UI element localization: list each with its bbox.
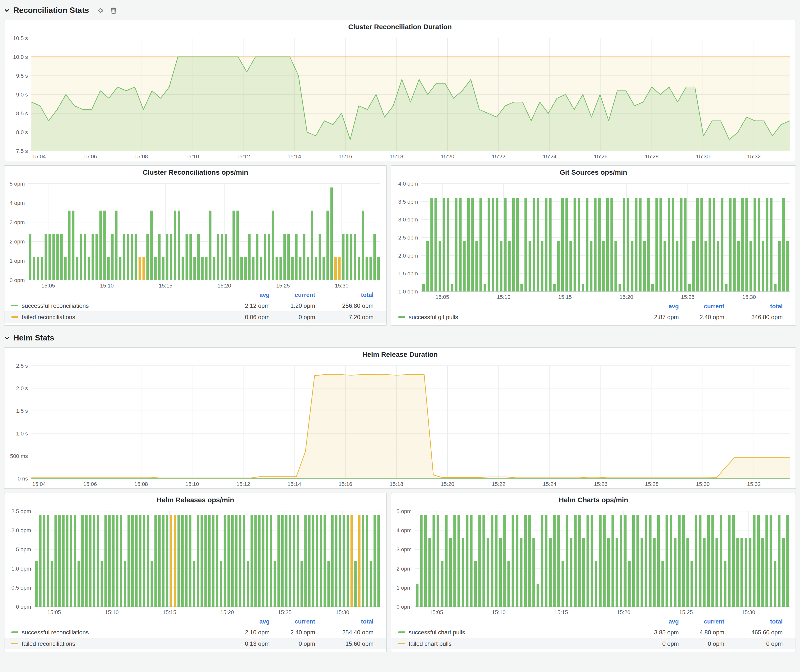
series-color-marker bbox=[11, 643, 18, 644]
legend-header-current[interactable]: current bbox=[270, 618, 315, 625]
svg-text:15:25: 15:25 bbox=[278, 609, 292, 615]
svg-text:15:14: 15:14 bbox=[288, 481, 301, 487]
svg-text:1.5 opm: 1.5 opm bbox=[398, 270, 418, 277]
svg-text:0 opm: 0 opm bbox=[16, 604, 31, 610]
svg-text:15:10: 15:10 bbox=[185, 481, 199, 487]
legend-header-current[interactable]: current bbox=[679, 618, 724, 625]
legend-value-current: 2.40 opm bbox=[679, 314, 724, 320]
legend-header-total[interactable]: total bbox=[315, 291, 374, 298]
svg-text:15:20: 15:20 bbox=[617, 609, 630, 615]
svg-text:4 opm: 4 opm bbox=[10, 200, 25, 206]
svg-text:15:30: 15:30 bbox=[336, 609, 349, 615]
svg-text:15:32: 15:32 bbox=[747, 154, 761, 160]
series-color-marker bbox=[11, 316, 18, 318]
svg-text:1.0 opm: 1.0 opm bbox=[398, 288, 418, 295]
legend-header-row: avg current total bbox=[5, 617, 386, 626]
svg-text:15:30: 15:30 bbox=[696, 154, 710, 160]
chart-helm-release-duration[interactable]: 15:0415:0615:0815:1015:1215:1415:1615:18… bbox=[5, 361, 795, 488]
svg-text:15:22: 15:22 bbox=[492, 154, 506, 160]
svg-text:4.0 opm: 4.0 opm bbox=[398, 181, 418, 187]
chart-cluster-reconciliations-opm[interactable]: 15:0515:1015:1515:2015:2515:300 opm1 opm… bbox=[5, 179, 386, 290]
legend-header-total[interactable]: total bbox=[724, 618, 783, 625]
svg-text:15:04: 15:04 bbox=[32, 154, 46, 160]
legend-row: successful reconciliations 2.12 opm 1.20… bbox=[5, 300, 386, 311]
series-color-marker bbox=[398, 631, 405, 633]
legend: avg current total successful git pulls 2… bbox=[391, 301, 795, 325]
legend-value-total: 256.80 opm bbox=[315, 302, 374, 309]
svg-text:2.0 opm: 2.0 opm bbox=[398, 253, 418, 259]
chart-git-sources-opm[interactable]: 15:0515:1015:1515:2015:2515:301.0 opm1.5… bbox=[392, 179, 795, 301]
legend-series-name[interactable]: successful reconciliations bbox=[11, 302, 216, 309]
legend-value-current: 1.20 opm bbox=[270, 302, 315, 309]
svg-text:15:28: 15:28 bbox=[645, 154, 659, 160]
svg-text:15:26: 15:26 bbox=[594, 481, 608, 487]
legend: avg current total successful reconciliat… bbox=[5, 617, 386, 652]
panel-title[interactable]: Git Sources ops/min bbox=[391, 166, 795, 179]
panel-title[interactable]: Helm Releases ops/min bbox=[5, 493, 386, 506]
chart-helm-releases-opm[interactable]: 15:0515:1015:1515:2015:2515:300 opm0.5 o… bbox=[5, 506, 386, 617]
svg-text:15:25: 15:25 bbox=[679, 609, 693, 615]
svg-text:15:20: 15:20 bbox=[218, 283, 231, 289]
panel-title[interactable]: Cluster Reconciliation Duration bbox=[5, 20, 795, 33]
legend-header-avg[interactable]: avg bbox=[626, 618, 679, 625]
svg-text:1.5 s: 1.5 s bbox=[16, 408, 28, 414]
svg-text:15:30: 15:30 bbox=[742, 294, 756, 300]
section-header-helm-stats[interactable]: Helm Stats bbox=[4, 331, 796, 344]
legend-series-name[interactable]: failed chart pulls bbox=[398, 640, 626, 647]
svg-text:15:05: 15:05 bbox=[47, 609, 61, 615]
svg-text:15:24: 15:24 bbox=[543, 154, 556, 160]
legend-series-label: successful git pulls bbox=[409, 314, 458, 320]
trash-icon[interactable] bbox=[110, 7, 117, 14]
legend-value-current: 4.80 opm bbox=[679, 629, 724, 636]
legend-header-total[interactable]: total bbox=[315, 618, 374, 625]
grafana-dashboard: Reconciliation Stats Cluster Reconciliat… bbox=[0, 0, 800, 672]
panel-cluster-reconciliation-duration: Cluster Reconciliation Duration 15:0415:… bbox=[4, 20, 796, 161]
svg-text:7.5 s: 7.5 s bbox=[16, 148, 28, 154]
legend-series-name[interactable]: successful git pulls bbox=[398, 314, 626, 320]
panel-title[interactable]: Cluster Reconciliations ops/min bbox=[5, 166, 386, 179]
series-color-marker bbox=[11, 631, 18, 633]
panel-title[interactable]: Helm Release Duration bbox=[5, 348, 795, 361]
svg-text:0 opm: 0 opm bbox=[10, 277, 25, 283]
legend-header-avg[interactable]: avg bbox=[216, 618, 270, 625]
svg-text:8.5 s: 8.5 s bbox=[16, 110, 28, 117]
svg-text:2.5 s: 2.5 s bbox=[16, 363, 28, 369]
svg-text:1.0 opm: 1.0 opm bbox=[11, 566, 31, 572]
panel-cluster-reconciliations-opm: Cluster Reconciliations ops/min 15:0515:… bbox=[4, 165, 387, 326]
legend-value-total: 0 opm bbox=[724, 640, 783, 647]
legend-row: failed reconciliations 0.13 opm 0 opm 15… bbox=[5, 638, 386, 649]
section-header-reconciliation-stats[interactable]: Reconciliation Stats bbox=[4, 4, 796, 17]
legend-value-current: 0 opm bbox=[270, 640, 315, 647]
svg-text:2 opm: 2 opm bbox=[10, 238, 25, 245]
legend-value-total: 15.60 opm bbox=[315, 640, 374, 647]
legend-header-row: avg current total bbox=[5, 290, 386, 300]
svg-text:15:24: 15:24 bbox=[543, 481, 556, 487]
legend-value-avg: 0 opm bbox=[626, 640, 679, 647]
svg-text:0 ns: 0 ns bbox=[18, 475, 28, 482]
legend-series-name[interactable]: successful chart pulls bbox=[398, 629, 626, 636]
legend-header-avg[interactable]: avg bbox=[216, 291, 270, 298]
svg-text:15:05: 15:05 bbox=[41, 283, 55, 289]
svg-text:15:15: 15:15 bbox=[159, 283, 173, 289]
svg-text:15:14: 15:14 bbox=[288, 154, 301, 160]
legend-value-total: 7.20 opm bbox=[315, 314, 374, 320]
svg-text:15:16: 15:16 bbox=[339, 154, 352, 160]
chart-helm-charts-opm[interactable]: 15:0515:1015:1515:2015:2515:300 opm1 opm… bbox=[392, 506, 795, 617]
svg-text:15:30: 15:30 bbox=[335, 283, 349, 289]
svg-text:15:10: 15:10 bbox=[100, 283, 114, 289]
legend-series-name[interactable]: successful reconciliations bbox=[11, 629, 216, 636]
chart-cluster-reconciliation-duration[interactable]: 15:0415:0615:0815:1015:1215:1415:1615:18… bbox=[5, 33, 795, 161]
legend-header-total[interactable]: total bbox=[724, 303, 783, 310]
svg-text:15:10: 15:10 bbox=[497, 294, 510, 300]
legend-header-current[interactable]: current bbox=[270, 291, 315, 298]
legend-series-name[interactable]: failed reconciliations bbox=[11, 314, 216, 320]
legend-row: failed reconciliations 0.06 opm 0 opm 7.… bbox=[5, 311, 386, 323]
legend-header-avg[interactable]: avg bbox=[626, 303, 679, 310]
panel-title[interactable]: Helm Charts ops/min bbox=[391, 493, 795, 506]
legend-series-name[interactable]: failed reconciliations bbox=[11, 640, 216, 647]
legend-header-current[interactable]: current bbox=[679, 303, 724, 310]
svg-text:15:10: 15:10 bbox=[105, 609, 118, 615]
svg-text:15:30: 15:30 bbox=[742, 609, 755, 615]
gear-icon[interactable] bbox=[97, 7, 104, 14]
svg-text:1.5 opm: 1.5 opm bbox=[11, 546, 31, 552]
